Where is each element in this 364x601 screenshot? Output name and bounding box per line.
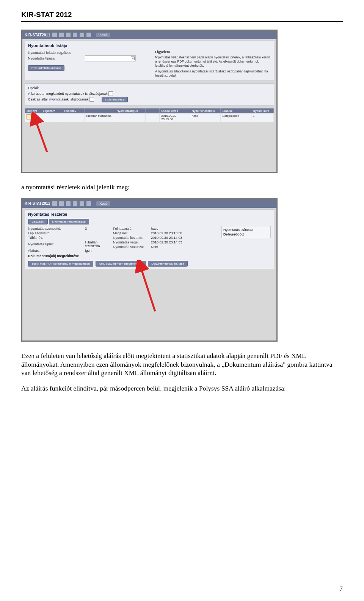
section-label: Dokumentum(ok) megtekintése — [28, 254, 79, 258]
toolbar-icon — [80, 33, 84, 37]
option-row: Csak az általi nyomtatások látszódjanak: — [28, 97, 89, 101]
svg-line-1 — [139, 262, 155, 311]
notice-text-2: A nyomtatás állapotáról a nyomtatási lis… — [155, 69, 271, 78]
th — [85, 108, 115, 113]
narrative-text: Ezen a felületen van lehetőség aláírás e… — [21, 351, 343, 377]
td — [115, 113, 146, 122]
sign-document-button[interactable]: Dokumentumok aláírása — [148, 261, 188, 267]
value: Hibátlan statisztika — [85, 240, 108, 248]
status-value: Befejezödött — [223, 232, 269, 236]
app-title: KIR-STAT2011 — [25, 33, 50, 37]
label: Lap azonosító: — [28, 231, 85, 235]
label: Nyomtatás kezdete: — [113, 236, 151, 240]
view-xml-button[interactable]: XML dokumentum megtekintése — [96, 261, 146, 267]
page-number: 7 — [340, 585, 343, 593]
td — [62, 113, 85, 122]
view-pdf-button[interactable]: Többi más PDF dokumentum megtekintése — [28, 261, 93, 267]
td — [41, 113, 62, 122]
td: Hibátlan statisztika — [85, 113, 115, 122]
th: Nyomtatástípus — [115, 108, 146, 113]
td: Befejezödött — [221, 113, 251, 122]
value: 3 — [85, 227, 87, 231]
label: Aláírás: — [28, 249, 85, 253]
toolbar-icon — [80, 201, 84, 206]
value: Nem — [151, 245, 158, 249]
toolbar-icon — [59, 201, 64, 206]
chevron-down-icon: ▾ — [131, 56, 135, 60]
td: 1 — [251, 113, 274, 122]
toolbar-icon — [86, 201, 91, 206]
narrative-text: Az aláírás funkciót elindítva, pár másod… — [21, 384, 343, 393]
notice-heading: Figyelem — [155, 50, 271, 55]
th: Táblanév — [62, 108, 85, 113]
back-button[interactable]: Visszalép — [28, 219, 48, 224]
label: Táblanév: — [28, 236, 85, 240]
checkbox[interactable] — [89, 97, 94, 102]
panel-options: Opciók A korábban megkezdett nyomtatások… — [25, 83, 274, 106]
th: Lapszám — [41, 108, 62, 113]
app-titlebar: KIR-STAT2011 Kezd — [22, 31, 276, 39]
value: haso — [151, 227, 158, 231]
toolbar-icon — [66, 33, 71, 37]
label: Felhasználó: — [113, 227, 151, 231]
th — [146, 108, 160, 113]
th: Megnyit — [25, 108, 41, 113]
notice-text: Nyomtatás feladatoknál nem papír alapú n… — [155, 55, 271, 68]
td: 2010.09.30 23:13:50 — [160, 113, 190, 122]
narrative-text: a nyomtatási részletek oldal jelenik meg… — [21, 183, 343, 191]
panel-title: Nyomtatás részletei — [28, 212, 271, 217]
row-label: Nyomtatási feladat rögzítése — [28, 51, 85, 55]
refresh-list-button[interactable]: Lista frissítése — [102, 97, 128, 102]
pdf-start-button[interactable]: PDF adatlista indítása — [28, 65, 64, 71]
panel-printing-details: Nyomtatás részletei Visszalép Nyomtatás … — [25, 209, 274, 269]
th: Nyomt. sorz — [251, 108, 274, 113]
toolbar-icon — [73, 33, 77, 37]
value: 2010.09.30 23:14:53 — [151, 240, 182, 244]
row-label: Nyomtatás típusa: — [28, 56, 85, 60]
th: Utolsó kérés — [160, 108, 190, 113]
document-header: KIR-STAT 2012 — [21, 11, 343, 22]
toolbar-icon — [66, 201, 71, 206]
toolbar-icon — [52, 201, 57, 206]
th: Státusz — [221, 108, 251, 113]
panel-printing-list: Nyomtatások listája Nyomtatási feladat r… — [25, 41, 274, 80]
table-header-row: Megnyit Lapszám Táblanév Nyomtatástípus … — [25, 108, 274, 113]
screenshot-printing-details: KIR-STAT2011 Kezd Nyomtatás részletei Vi… — [21, 198, 278, 342]
view-print-button[interactable]: Nyomtatás megtekintése — [49, 219, 89, 224]
label: Megállás: — [113, 231, 151, 235]
toolbar-icon — [86, 33, 91, 37]
option-row: A korábban megkezdett nyomtatások is lát… — [28, 92, 108, 96]
toolbar-icon — [73, 201, 77, 206]
th: Nyitó felhasználó — [190, 108, 221, 113]
table-row[interactable]: Hibátlan statisztika 2010.09.30 23:13:50… — [25, 113, 274, 122]
value: Igen — [85, 249, 92, 253]
toolbar-pill: Kezd — [96, 201, 110, 206]
toolbar-icon — [59, 33, 64, 37]
label: Nyomtatás vége: — [113, 240, 151, 244]
type-select[interactable]: ▾ — [85, 55, 136, 61]
app-titlebar: KIR-STAT2011 Kezd — [22, 199, 276, 208]
app-title: KIR-STAT2011 — [25, 201, 50, 206]
value: 2010.09.30 23:13:50 — [151, 231, 182, 235]
td: haso — [190, 113, 221, 122]
screenshot-printing-list: KIR-STAT2011 Kezd Nyomtatások listája Ny… — [21, 30, 278, 173]
td — [146, 113, 160, 122]
toolbar-icon — [52, 33, 57, 37]
label: Nyomtatás típus: — [28, 242, 85, 246]
magnifier-icon[interactable] — [27, 114, 32, 119]
value: 2010.09.30 23:14:03 — [151, 236, 182, 240]
panel-title: Nyomtatások listája — [28, 43, 271, 48]
toolbar-pill: Kezd — [96, 33, 110, 37]
status-label: Nyomtatás státusza — [223, 228, 269, 232]
options-heading: Opciók — [28, 86, 271, 90]
label: Nyomtatás státusza: — [113, 245, 151, 249]
checkbox[interactable] — [108, 91, 113, 96]
label: Nyomtatás azonosító: — [28, 227, 85, 231]
